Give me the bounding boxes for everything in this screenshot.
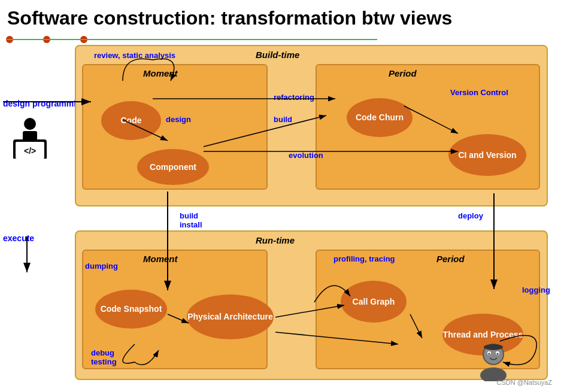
- code-churn-node: Code Churn: [347, 98, 413, 137]
- watermark: CSDN @NatsuyaZ: [497, 379, 552, 386]
- dumping-label: dumping: [85, 262, 118, 271]
- dots-line: [6, 39, 377, 40]
- period-box-build: Period Code Churn CI and Version: [316, 64, 540, 190]
- main-title: Software construction: transformation bt…: [0, 2, 459, 34]
- svg-point-27: [497, 353, 499, 355]
- code-node: Code: [101, 101, 161, 140]
- run-time-label: Run-time: [256, 235, 295, 245]
- build-time-label: Build-time: [256, 50, 299, 60]
- component-node: Component: [137, 149, 209, 185]
- svg-point-26: [489, 353, 490, 355]
- ci-version-node: CI and Version: [448, 134, 526, 176]
- execute-label: execute: [3, 233, 34, 243]
- code-snapshot-node: Code Snapshot: [95, 290, 167, 329]
- evolution-label: evolution: [289, 151, 323, 160]
- svg-text:</>: </>: [24, 146, 36, 156]
- profiling-tracing-label: profiling, tracing: [333, 254, 395, 263]
- build-time-box: Build-time Moment Code Component Period …: [75, 45, 548, 206]
- svg-point-29: [484, 344, 503, 350]
- run-moment-label: Moment: [143, 254, 178, 264]
- build-period-label: Period: [389, 68, 417, 78]
- diagram-container: Build-time Moment Code Component Period …: [75, 45, 554, 386]
- design-programming-label: design programming: [3, 99, 86, 108]
- debug-testing-label: debugtesting: [91, 348, 117, 366]
- user-avatar-icon: [474, 342, 513, 381]
- version-control-label: Version Control: [450, 88, 508, 97]
- logging-label: logging: [522, 285, 550, 294]
- design-top-label: design: [166, 115, 191, 124]
- call-graph-node: Call Graph: [341, 281, 407, 323]
- build-moment-label: Moment: [143, 68, 178, 78]
- physical-arch-node: Physical Architecture: [187, 294, 274, 339]
- build-label: build: [274, 115, 292, 124]
- svg-point-0: [24, 118, 36, 130]
- designer-icon: </>: [6, 117, 54, 159]
- refactoring-label: refactoring: [274, 93, 314, 102]
- moment-box-build: Moment Code Component: [82, 64, 268, 190]
- run-period-label: Period: [436, 254, 465, 264]
- deploy-label: deploy: [458, 211, 483, 220]
- review-static-label: review, static analysis: [94, 51, 175, 60]
